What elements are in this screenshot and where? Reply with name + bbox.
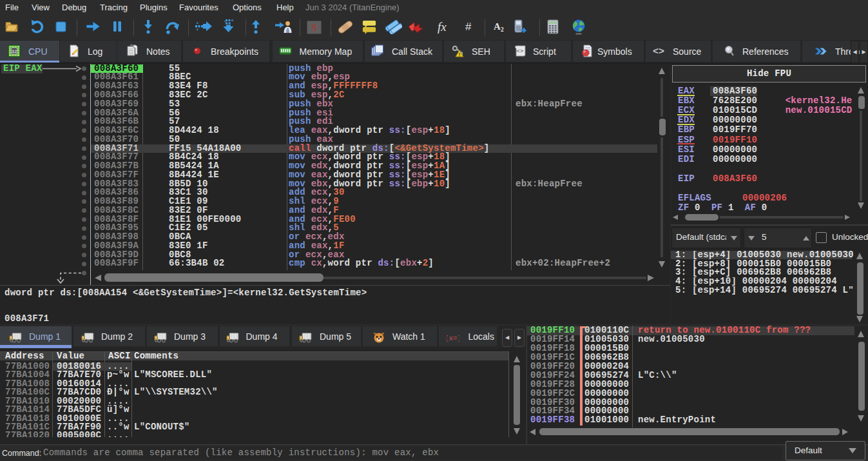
svg-text:!: ! (459, 52, 461, 57)
svg-text:<>: <> (517, 48, 524, 55)
svg-text:32: 32 (11, 48, 16, 54)
svg-text:<>: <> (653, 46, 664, 57)
svg-text:[x=]: [x=] (447, 335, 459, 342)
svg-text:S: S (311, 22, 317, 33)
